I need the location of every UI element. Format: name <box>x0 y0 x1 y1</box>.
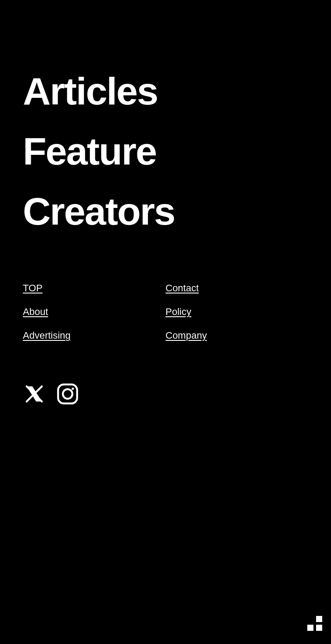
svg-point-1 <box>63 390 72 399</box>
footer-link-advertising[interactable]: Advertising <box>23 324 166 347</box>
nav-feature[interactable]: Feature <box>23 130 308 173</box>
svg-rect-0 <box>58 385 77 404</box>
footer-link-company[interactable]: Company <box>166 324 308 347</box>
nav-creators[interactable]: Creators <box>23 190 308 233</box>
dot-3 <box>316 625 322 631</box>
footer-link-contact[interactable]: Contact <box>166 276 308 300</box>
dot-2 <box>307 625 313 631</box>
svg-point-2 <box>72 388 74 390</box>
nav-articles[interactable]: Articles <box>23 70 308 113</box>
dot-1 <box>316 616 322 622</box>
footer-link-top[interactable]: TOP <box>23 276 166 300</box>
main-navigation: Articles Feature Creators <box>0 0 331 233</box>
twitter-icon[interactable] <box>23 383 46 405</box>
footer-links: TOP Contact About Policy Advertising Com… <box>23 276 308 347</box>
footer: TOP Contact About Policy Advertising Com… <box>0 250 331 405</box>
social-icons <box>23 374 308 405</box>
footer-link-about[interactable]: About <box>23 300 166 324</box>
corner-decoration <box>307 616 322 631</box>
footer-link-policy[interactable]: Policy <box>166 300 308 324</box>
instagram-icon[interactable] <box>56 383 79 405</box>
